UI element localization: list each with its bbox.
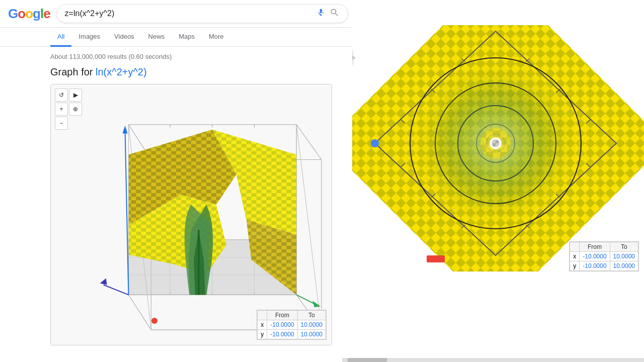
y-from-2d[interactable]: -10.0000 <box>580 261 610 271</box>
graph-3d-wrapper[interactable]: ↺ ▶ + ⊕ − <box>50 84 332 345</box>
to-header-3d: To <box>297 311 326 320</box>
y-from-3d[interactable]: -10.0000 <box>267 330 297 339</box>
x-to-2d[interactable]: 10.0000 <box>610 252 638 261</box>
range-table-3d: From To x -10.0000 10.0000 y -10.0000 10… <box>257 310 327 340</box>
origin-dot <box>151 318 157 324</box>
from-header-2d: From <box>580 242 610 252</box>
y-to-2d[interactable]: 10.0000 <box>610 261 638 271</box>
svg-rect-78 <box>496 140 499 143</box>
scrollbar[interactable] <box>342 358 644 362</box>
header: Google <box>0 0 644 28</box>
svg-rect-79 <box>493 143 496 146</box>
search-bar <box>56 4 348 23</box>
graph-2d-panel[interactable]: to the original zoom, rotation and scale… <box>352 25 644 277</box>
graph-2d-svg <box>352 25 644 272</box>
svg-point-81 <box>371 139 379 147</box>
graph-toolbar: ↺ ▶ + ⊕ − <box>55 88 82 130</box>
google-logo: Google <box>8 6 50 22</box>
tab-maps[interactable]: Maps <box>172 28 202 47</box>
play-button[interactable]: ▶ <box>69 88 82 102</box>
reset-button[interactable]: ↺ <box>55 88 68 102</box>
y-label-3d: y <box>258 330 267 339</box>
red-handle <box>427 255 445 262</box>
from-header-3d: From <box>267 311 297 320</box>
y-label-2d: y <box>570 261 580 271</box>
x-label-2d: x <box>570 252 580 261</box>
x-from-2d[interactable]: -10.0000 <box>580 252 610 261</box>
to-header-2d: To <box>610 242 638 252</box>
graph-title-link[interactable]: ln(x^2+y^2) <box>96 66 147 77</box>
mic-icon[interactable] <box>316 8 326 19</box>
x-to-3d[interactable]: 10.0000 <box>297 320 326 330</box>
tab-videos[interactable]: Videos <box>107 28 141 47</box>
svg-rect-80 <box>496 143 499 146</box>
tab-more[interactable]: More <box>202 28 231 47</box>
tab-news[interactable]: News <box>141 28 172 47</box>
pan-button[interactable]: ⊕ <box>69 103 82 116</box>
svg-rect-77 <box>493 140 496 143</box>
search-input[interactable] <box>65 9 312 18</box>
tab-all[interactable]: All <box>50 28 71 47</box>
zoom-in-button[interactable]: + <box>55 103 68 116</box>
x-label-3d: x <box>258 320 267 330</box>
y-to-3d[interactable]: 10.0000 <box>297 330 326 339</box>
range-table-2d: From To x -10.0000 10.0000 y -10.0000 10… <box>569 241 639 272</box>
graph-3d-svg <box>51 84 332 345</box>
x-from-3d[interactable]: -10.0000 <box>267 320 297 330</box>
search-icon[interactable] <box>330 8 340 20</box>
tab-images[interactable]: Images <box>71 28 107 47</box>
zoom-out-button[interactable]: − <box>55 117 68 130</box>
